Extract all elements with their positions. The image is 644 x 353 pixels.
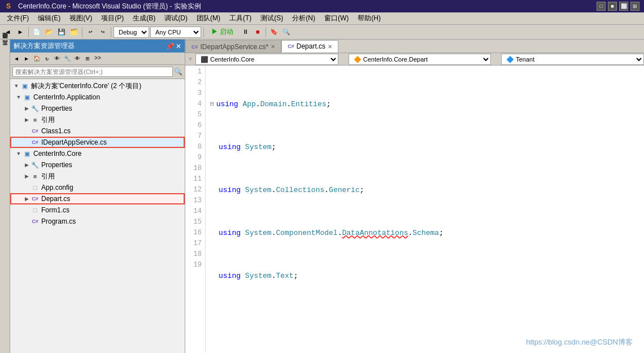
restore-btn[interactable]: ⬜ <box>619 2 628 11</box>
code-line-5: using System.Text; <box>210 271 644 281</box>
left-vertical-tabs: 服务器资源管理器 工具箱 <box>0 40 10 353</box>
class1-file[interactable]: C# Class1.cs <box>10 125 185 137</box>
stop-btn[interactable]: ■ <box>252 27 263 38</box>
kw-using-4: using <box>219 228 241 238</box>
new-btn[interactable]: 📄 <box>31 27 42 38</box>
sidebar-nav-back[interactable]: ◀ <box>11 54 21 64</box>
extra-btn[interactable]: ⊞ <box>630 2 639 11</box>
cprop-arrow: ▶ <box>23 162 31 168</box>
form1-file[interactable]: □ Form1.cs <box>10 204 185 216</box>
ns-system-2: System <box>245 142 272 152</box>
cprop-icon: 🔧 <box>31 160 40 169</box>
search-icon: 🔍 <box>174 68 182 76</box>
ln-15: 15 <box>185 217 202 228</box>
app-references[interactable]: ▶ ■ 引用 <box>10 114 185 125</box>
debug-mode-dropdown[interactable]: Debug <box>114 27 149 38</box>
pin-btn[interactable]: 📌 <box>166 42 175 50</box>
menu-help[interactable]: 帮助(H) <box>353 12 385 24</box>
idepart-app-service-file[interactable]: C# IDepartAppService.cs <box>10 137 185 148</box>
sidebar-properties[interactable]: 🔧 <box>62 54 72 64</box>
server-explorer-tab[interactable]: 服务器资源管理器 <box>0 40 10 46</box>
maximize-btn[interactable]: ■ <box>608 2 617 11</box>
ns-dataann: DataAnnotations <box>342 228 408 238</box>
sidebar-preview[interactable]: 👁 <box>72 54 82 64</box>
save-all-btn[interactable]: 🗂️ <box>68 27 80 38</box>
start-btn[interactable]: ▶ 启动 <box>206 27 238 38</box>
ln-4: 4 <box>185 99 202 110</box>
save-btn[interactable]: 💾 <box>56 27 67 38</box>
menu-build[interactable]: 生成(B) <box>128 12 160 24</box>
ln-6: 6 <box>185 120 202 131</box>
app-properties[interactable]: ▶ 🔧 Properties <box>10 103 185 114</box>
project-core[interactable]: ▼ ▣ CenterInfo.Core <box>10 148 185 159</box>
cref-icon: ■ <box>31 172 40 181</box>
close-btn[interactable]: ✕ <box>176 42 181 50</box>
tab-idepart[interactable]: C# IDepartAppService.cs* ✕ <box>185 40 281 53</box>
menu-file[interactable]: 文件(F) <box>2 12 33 24</box>
depart-file[interactable]: ▶ C# Depart.cs <box>10 193 185 204</box>
ns-app: App <box>242 99 255 110</box>
class-dropdown[interactable]: 🔶 CenterInfo.Core.Depart <box>349 54 491 65</box>
tab-depart[interactable]: C# Depart.cs ✕ <box>281 40 338 53</box>
pause-btn[interactable]: ⏸ <box>240 27 251 38</box>
search-input[interactable] <box>12 67 173 77</box>
code-editor[interactable]: 1 2 3 4 5 6 7 8 9 10 11 12 13 14 15 16 1 <box>185 66 644 353</box>
tab-idepart-label: IDepartAppService.cs* <box>201 43 269 51</box>
collapse-1[interactable]: ⊟ <box>210 99 214 110</box>
menu-analyze[interactable]: 分析(N) <box>288 12 320 24</box>
sidebar-refresh[interactable]: ↻ <box>42 54 52 64</box>
kw-using-2: using <box>219 142 241 152</box>
core-label: CenterInfo.Core <box>33 150 81 158</box>
platform-dropdown[interactable]: Any CPU <box>150 27 201 38</box>
core-properties-label: Properties <box>41 161 72 169</box>
back-btn[interactable]: ◀ <box>2 27 14 38</box>
find-btn[interactable]: 🔍 <box>281 27 292 38</box>
title-controls[interactable]: □ ■ ⬜ ⊞ <box>597 2 639 11</box>
menu-team[interactable]: 团队(M) <box>192 12 225 24</box>
ln-3: 3 <box>185 88 202 99</box>
solution-icon: ▣ <box>20 81 29 90</box>
sidebar-show-all[interactable]: 👁 <box>52 54 62 64</box>
open-btn[interactable]: 📂 <box>43 27 55 38</box>
core-references[interactable]: ▶ ■ 引用 <box>10 171 185 182</box>
menu-view[interactable]: 视图(V) <box>65 12 97 24</box>
tab-depart-icon: C# <box>288 43 294 49</box>
menu-test[interactable]: 测试(S) <box>256 12 288 24</box>
solution-explorer-header: 解决方案资源管理器 📌 ✕ <box>10 40 185 53</box>
sidebar-filter[interactable]: ⊞ <box>82 54 93 64</box>
undo-btn[interactable]: ↩ <box>85 27 96 38</box>
no-collapse-5 <box>210 271 219 281</box>
sidebar-home[interactable]: 🏠 <box>32 54 42 64</box>
menu-window[interactable]: 窗口(W) <box>320 12 353 24</box>
minimize-btn[interactable]: □ <box>597 2 606 11</box>
namespace-dropdown[interactable]: ⬛ CenterInfo.Core <box>195 54 338 65</box>
tab-depart-close[interactable]: ✕ <box>328 43 332 50</box>
redo-btn[interactable]: ↪ <box>97 27 108 38</box>
app-config-file[interactable]: □ App.config <box>10 182 185 193</box>
sep3 <box>111 27 111 37</box>
menu-debug[interactable]: 调试(D) <box>160 12 192 24</box>
solution-root[interactable]: ▼ ▣ 解决方案'CenterInfo.Core' (2 个项目) <box>10 80 185 91</box>
depart-arrow: ▶ <box>23 196 31 202</box>
sep1 <box>28 27 29 37</box>
toolbox-tab[interactable]: 工具箱 <box>0 46 10 53</box>
core-properties[interactable]: ▶ 🔧 Properties <box>10 159 185 171</box>
program-arrow <box>23 219 31 224</box>
sidebar-nav-fwd[interactable]: ▶ <box>21 54 32 64</box>
prop-arrow: ▶ <box>23 106 31 111</box>
menu-tools[interactable]: 工具(T) <box>225 12 256 24</box>
tab-idepart-close[interactable]: ✕ <box>271 43 275 50</box>
sidebar-expand[interactable]: >> <box>93 54 103 64</box>
menu-project[interactable]: 项目(P) <box>97 12 128 24</box>
ln-8: 8 <box>185 142 202 152</box>
project-application[interactable]: ▼ ▣ CenterInfo.Application <box>10 91 185 103</box>
appconfig-icon: □ <box>31 183 40 192</box>
member-dropdown[interactable]: 🔷 Tenant <box>501 54 644 65</box>
code-content[interactable]: ⊟ using App.Domain.Entities; using Syste… <box>206 66 644 353</box>
bookmark-btn[interactable]: 🔖 <box>268 27 280 38</box>
menu-edit[interactable]: 编辑(E) <box>33 12 65 24</box>
ref-arrow: ▶ <box>23 117 31 123</box>
kw-using-1: using <box>216 99 238 110</box>
program-file[interactable]: C# Program.cs <box>10 216 185 227</box>
fwd-btn[interactable]: ▶ <box>15 27 26 38</box>
